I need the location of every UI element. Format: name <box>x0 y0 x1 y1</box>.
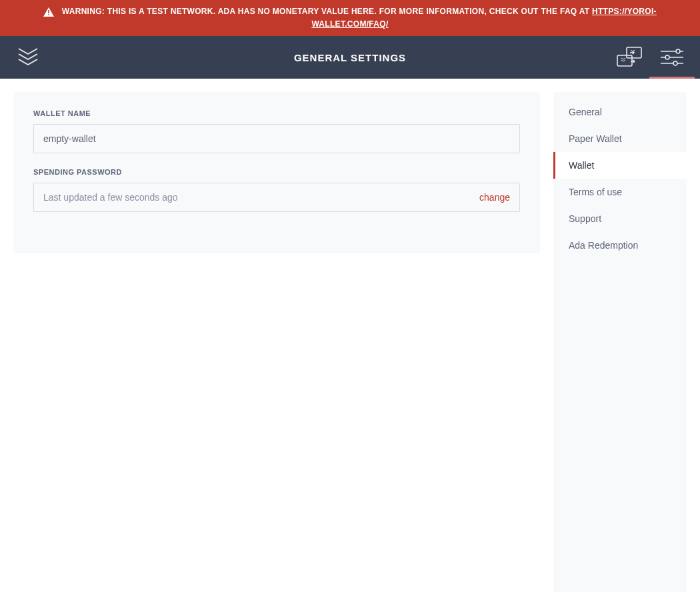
app-logo-icon[interactable] <box>15 44 41 71</box>
wallet-name-label: Wallet Name <box>33 109 520 117</box>
warning-triangle-icon <box>43 7 54 17</box>
spending-password-status: Last updated a few seconds ago <box>43 192 178 203</box>
testnet-warning-banner: Warning: This is a test network. ADA has… <box>0 0 700 36</box>
sidebar-item-label: Wallet <box>569 160 594 171</box>
sidebar-item-paper-wallet[interactable]: Paper Wallet <box>553 125 687 152</box>
svg-point-9 <box>673 61 677 65</box>
svg-point-7 <box>676 49 680 53</box>
main-content: Wallet Name Spending Password Last updat… <box>0 79 700 592</box>
sidebar-item-support[interactable]: Support <box>553 205 687 232</box>
warning-text: Warning: This is a test network. ADA has… <box>62 7 592 16</box>
wallet-name-field-group: Wallet Name <box>33 109 520 153</box>
settings-sidebar: General Paper Wallet Wallet Terms of use… <box>553 92 687 592</box>
spending-password-label: Spending Password <box>33 168 520 176</box>
spending-password-change-link[interactable]: change <box>479 192 510 203</box>
wallet-name-input[interactable] <box>33 124 520 153</box>
sidebar-item-ada-redemption[interactable]: Ada Redemption <box>553 232 687 259</box>
sidebar-item-wallet[interactable]: Wallet <box>553 152 687 179</box>
svg-point-8 <box>665 55 669 59</box>
wallet-switch-icon[interactable] <box>616 44 643 71</box>
sidebar-item-label: Paper Wallet <box>569 133 622 144</box>
sidebar-item-terms-of-use[interactable]: Terms of use <box>553 179 687 205</box>
settings-icon[interactable] <box>659 44 685 71</box>
sidebar-item-label: General <box>569 107 602 117</box>
spending-password-box: Last updated a few seconds ago change <box>33 183 520 212</box>
settings-active-indicator <box>649 77 695 79</box>
settings-panel: Wallet Name Spending Password Last updat… <box>13 92 540 253</box>
svg-rect-1 <box>48 14 49 15</box>
top-navbar: General Settings <box>0 36 700 79</box>
sidebar-item-general[interactable]: General <box>553 99 687 125</box>
sidebar-item-label: Support <box>569 213 601 224</box>
spending-password-field-group: Spending Password Last updated a few sec… <box>33 168 520 212</box>
sidebar-item-label: Ada Redemption <box>569 240 638 251</box>
sidebar-item-label: Terms of use <box>569 187 622 197</box>
page-title: General Settings <box>0 52 700 63</box>
svg-rect-0 <box>48 10 49 13</box>
